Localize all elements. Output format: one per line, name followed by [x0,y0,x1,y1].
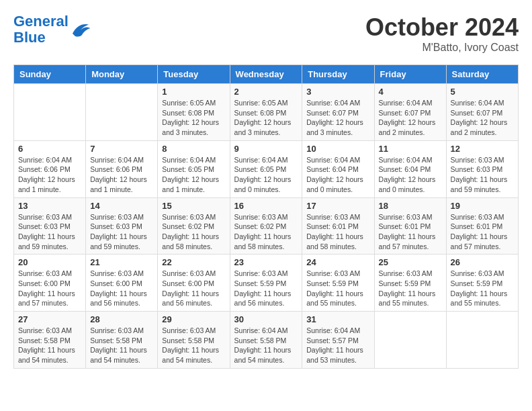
day-number: 6 [18,144,81,154]
week-row-2: 6Sunrise: 6:04 AM Sunset: 6:06 PM Daylig… [14,140,519,197]
day-info: Sunrise: 6:04 AM Sunset: 6:05 PM Dayligh… [234,155,298,195]
calendar-cell: 29Sunrise: 6:03 AM Sunset: 5:58 PM Dayli… [158,312,230,369]
title-block: October 2024 M'Batto, Ivory Coast [365,13,519,54]
calendar-cell [14,84,86,141]
calendar-cell [446,312,518,369]
calendar-cell: 3Sunrise: 6:04 AM Sunset: 6:07 PM Daylig… [302,84,374,141]
day-info: Sunrise: 6:03 AM Sunset: 6:03 PM Dayligh… [90,212,153,252]
calendar-cell: 15Sunrise: 6:03 AM Sunset: 6:02 PM Dayli… [158,197,230,255]
day-info: Sunrise: 6:03 AM Sunset: 6:02 PM Dayligh… [234,212,298,252]
day-number: 20 [18,257,81,267]
week-row-1: 1Sunrise: 6:05 AM Sunset: 6:08 PM Daylig… [14,84,519,141]
weekday-header-thursday: Thursday [302,65,374,84]
day-number: 27 [18,314,81,324]
day-number: 31 [306,314,369,324]
calendar-cell: 28Sunrise: 6:03 AM Sunset: 5:58 PM Dayli… [86,312,158,369]
logo-bird-icon [70,20,91,39]
calendar-cell: 7Sunrise: 6:04 AM Sunset: 6:06 PM Daylig… [86,140,158,197]
day-info: Sunrise: 6:03 AM Sunset: 6:03 PM Dayligh… [451,155,514,195]
calendar-cell: 30Sunrise: 6:04 AM Sunset: 5:58 PM Dayli… [230,312,302,369]
day-number: 28 [90,314,153,324]
day-info: Sunrise: 6:04 AM Sunset: 6:06 PM Dayligh… [18,155,81,195]
day-info: Sunrise: 6:05 AM Sunset: 6:08 PM Dayligh… [162,98,225,138]
day-info: Sunrise: 6:03 AM Sunset: 6:02 PM Dayligh… [162,212,225,252]
logo-text: General Blue [13,13,69,46]
calendar-cell: 6Sunrise: 6:04 AM Sunset: 6:06 PM Daylig… [14,140,86,197]
day-number: 7 [90,144,153,154]
calendar-cell: 19Sunrise: 6:03 AM Sunset: 6:01 PM Dayli… [446,197,518,255]
day-info: Sunrise: 6:04 AM Sunset: 6:04 PM Dayligh… [379,155,442,195]
calendar-cell: 10Sunrise: 6:04 AM Sunset: 6:04 PM Dayli… [302,140,374,197]
day-info: Sunrise: 6:04 AM Sunset: 6:07 PM Dayligh… [451,98,514,138]
day-number: 14 [90,201,153,211]
calendar-cell: 2Sunrise: 6:05 AM Sunset: 6:08 PM Daylig… [230,84,302,141]
weekday-header-monday: Monday [86,65,158,84]
calendar-cell: 9Sunrise: 6:04 AM Sunset: 6:05 PM Daylig… [230,140,302,197]
calendar-cell: 23Sunrise: 6:03 AM Sunset: 5:59 PM Dayli… [230,255,302,312]
calendar-cell: 16Sunrise: 6:03 AM Sunset: 6:02 PM Dayli… [230,197,302,255]
day-info: Sunrise: 6:03 AM Sunset: 5:58 PM Dayligh… [18,326,81,365]
day-number: 29 [162,314,225,324]
day-info: Sunrise: 6:03 AM Sunset: 6:01 PM Dayligh… [451,212,514,252]
calendar-cell: 5Sunrise: 6:04 AM Sunset: 6:07 PM Daylig… [446,84,518,141]
day-number: 1 [162,87,225,97]
day-info: Sunrise: 6:04 AM Sunset: 6:06 PM Dayligh… [90,155,153,195]
calendar-cell: 17Sunrise: 6:03 AM Sunset: 6:01 PM Dayli… [302,197,374,255]
calendar-cell: 4Sunrise: 6:04 AM Sunset: 6:07 PM Daylig… [374,84,446,141]
day-number: 13 [18,201,81,211]
day-number: 26 [451,257,514,267]
day-info: Sunrise: 6:03 AM Sunset: 6:00 PM Dayligh… [162,269,225,308]
day-number: 3 [306,87,369,97]
day-number: 25 [379,257,442,267]
weekday-header-row: SundayMondayTuesdayWednesdayThursdayFrid… [14,65,519,84]
weekday-header-tuesday: Tuesday [158,65,230,84]
day-number: 30 [234,314,298,324]
day-number: 19 [451,201,514,211]
day-number: 11 [379,144,442,154]
calendar-cell [86,84,158,141]
day-info: Sunrise: 6:04 AM Sunset: 6:07 PM Dayligh… [379,98,442,138]
day-number: 12 [451,144,514,154]
day-info: Sunrise: 6:03 AM Sunset: 5:59 PM Dayligh… [234,269,298,308]
weekday-header-friday: Friday [374,65,446,84]
day-number: 2 [234,87,298,97]
month-title: October 2024 [365,13,519,42]
calendar-cell [374,312,446,369]
page-header: General Blue October 2024 M'Batto, Ivory… [13,13,519,54]
calendar-table: SundayMondayTuesdayWednesdayThursdayFrid… [13,64,519,369]
week-row-5: 27Sunrise: 6:03 AM Sunset: 5:58 PM Dayli… [14,312,519,369]
day-info: Sunrise: 6:04 AM Sunset: 5:57 PM Dayligh… [306,326,369,365]
weekday-header-saturday: Saturday [446,65,518,84]
weekday-header-sunday: Sunday [14,65,86,84]
day-info: Sunrise: 6:03 AM Sunset: 5:59 PM Dayligh… [306,269,369,308]
day-number: 22 [162,257,225,267]
day-info: Sunrise: 6:04 AM Sunset: 6:04 PM Dayligh… [306,155,369,195]
calendar-cell: 24Sunrise: 6:03 AM Sunset: 5:59 PM Dayli… [302,255,374,312]
week-row-4: 20Sunrise: 6:03 AM Sunset: 6:00 PM Dayli… [14,255,519,312]
calendar-cell: 27Sunrise: 6:03 AM Sunset: 5:58 PM Dayli… [14,312,86,369]
calendar-cell: 14Sunrise: 6:03 AM Sunset: 6:03 PM Dayli… [86,197,158,255]
day-number: 10 [306,144,369,154]
day-info: Sunrise: 6:04 AM Sunset: 6:05 PM Dayligh… [162,155,225,195]
day-info: Sunrise: 6:03 AM Sunset: 5:58 PM Dayligh… [90,326,153,365]
calendar-cell: 18Sunrise: 6:03 AM Sunset: 6:01 PM Dayli… [374,197,446,255]
calendar-cell: 20Sunrise: 6:03 AM Sunset: 6:00 PM Dayli… [14,255,86,312]
day-number: 21 [90,257,153,267]
day-info: Sunrise: 6:03 AM Sunset: 5:58 PM Dayligh… [162,326,225,365]
day-number: 17 [306,201,369,211]
day-info: Sunrise: 6:05 AM Sunset: 6:08 PM Dayligh… [234,98,298,138]
day-number: 4 [379,87,442,97]
calendar-cell: 25Sunrise: 6:03 AM Sunset: 5:59 PM Dayli… [374,255,446,312]
calendar-cell: 12Sunrise: 6:03 AM Sunset: 6:03 PM Dayli… [446,140,518,197]
calendar-cell: 21Sunrise: 6:03 AM Sunset: 6:00 PM Dayli… [86,255,158,312]
day-info: Sunrise: 6:04 AM Sunset: 6:07 PM Dayligh… [306,98,369,138]
day-number: 24 [306,257,369,267]
day-number: 5 [451,87,514,97]
day-number: 8 [162,144,225,154]
weekday-header-wednesday: Wednesday [230,65,302,84]
day-info: Sunrise: 6:04 AM Sunset: 5:58 PM Dayligh… [234,326,298,365]
day-info: Sunrise: 6:03 AM Sunset: 5:59 PM Dayligh… [379,269,442,308]
calendar-cell: 31Sunrise: 6:04 AM Sunset: 5:57 PM Dayli… [302,312,374,369]
day-info: Sunrise: 6:03 AM Sunset: 5:59 PM Dayligh… [451,269,514,308]
day-number: 18 [379,201,442,211]
